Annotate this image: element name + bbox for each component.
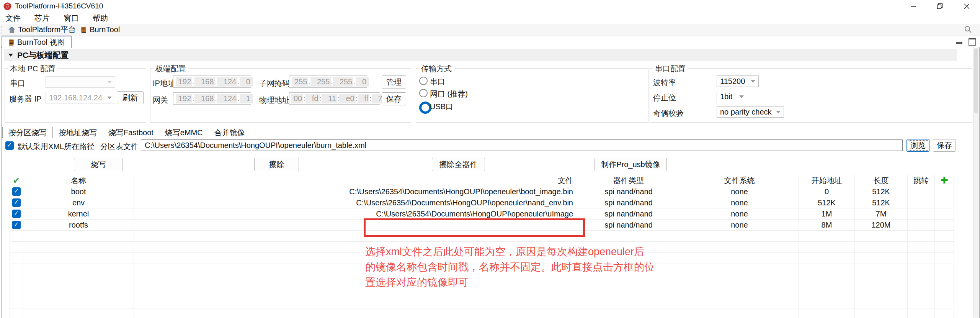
tab-merge-image[interactable]: 合并镜像 xyxy=(209,127,251,138)
mask-octet[interactable]: 255 xyxy=(292,77,314,87)
mac-address-input[interactable]: 00 fd 11 e0 ff 71 xyxy=(289,92,380,105)
vertical-scrollbar[interactable] xyxy=(973,48,979,318)
toolbar-item-burntool[interactable]: BurnTool xyxy=(80,25,120,34)
window-minimize-button[interactable] xyxy=(900,0,926,12)
cell-file[interactable]: C:\Users\26354\Documents\HongOUPI\openeu… xyxy=(134,208,577,220)
baud-rate-select[interactable]: 115200 xyxy=(717,75,759,87)
tab-burn-fastboot[interactable]: 烧写Fastboot xyxy=(103,127,159,138)
ip-octet[interactable]: 124 xyxy=(221,77,243,87)
row-checkbox-cell[interactable] xyxy=(10,220,23,231)
radio-usb-label[interactable]: USB口 xyxy=(430,102,453,112)
tab-burn-emmc[interactable]: 烧写eMMC xyxy=(159,127,209,138)
row-checkbox[interactable] xyxy=(12,221,21,229)
cell-name[interactable]: rootfs xyxy=(23,220,134,231)
menu-window[interactable]: 窗口 xyxy=(64,13,79,23)
scrollbar-thumb[interactable] xyxy=(974,48,978,113)
cell-device-type[interactable]: spi nand/nand xyxy=(577,197,680,208)
subnet-mask-input[interactable]: 255 255 255 0 xyxy=(289,75,367,88)
cell-start-address[interactable]: 512K xyxy=(799,197,855,208)
toolbar-item-platform[interactable]: ToolPlatform平台 xyxy=(8,25,76,35)
tab-burntool-view[interactable]: BurnTool 视图 xyxy=(2,36,72,48)
erase-button[interactable]: 擦除 xyxy=(254,158,299,171)
cell-length[interactable]: 512K xyxy=(855,197,908,208)
ip-octet[interactable]: 192 xyxy=(176,77,198,87)
cell-start-address[interactable]: 8M xyxy=(799,220,855,231)
radio-ethernet-label[interactable]: 网口 (推荐) xyxy=(430,89,468,99)
tab-burn-by-address[interactable]: 按地址烧写 xyxy=(53,127,103,138)
row-checkbox[interactable] xyxy=(12,210,21,218)
search-icon[interactable] xyxy=(964,25,972,34)
use-xml-path-checkbox[interactable] xyxy=(5,141,14,150)
menu-file[interactable]: 文件 xyxy=(5,13,21,23)
cell-device-type[interactable]: spi nand/nand xyxy=(577,186,680,197)
mask-octet[interactable]: 0 xyxy=(359,77,369,87)
save-xml-button[interactable]: 保存 xyxy=(933,139,956,152)
header-add-row[interactable]: ✚ xyxy=(935,175,954,186)
section-pc-board-config[interactable]: PC与板端配置 xyxy=(4,49,957,61)
cell-filesystem xyxy=(680,308,799,318)
gateway-octet[interactable]: 1 xyxy=(243,94,253,103)
use-xml-path-label[interactable]: 默认采用XML所在路径 xyxy=(18,141,95,152)
cell-filesystem[interactable]: none xyxy=(680,197,799,208)
cell-filesystem[interactable]: none xyxy=(680,186,799,197)
menu-help[interactable]: 帮助 xyxy=(93,13,108,23)
cell-start-address[interactable]: 1M xyxy=(799,208,855,220)
cell-length[interactable]: 512K xyxy=(855,186,908,197)
gateway-input[interactable]: 192 168 124 1 xyxy=(173,92,251,105)
parity-select[interactable]: no parity check xyxy=(717,106,784,118)
manage-button[interactable]: 管理 xyxy=(382,75,406,89)
gateway-octet[interactable]: 168 xyxy=(198,94,221,103)
header-select-all[interactable]: ✔ xyxy=(10,175,23,186)
cell-name[interactable]: env xyxy=(23,197,134,208)
save-board-button[interactable]: 保存 xyxy=(382,92,406,105)
cell-length[interactable]: 120M xyxy=(855,220,908,231)
cell-length[interactable]: 7M xyxy=(855,208,908,220)
cell-name[interactable]: boot xyxy=(23,186,134,197)
row-checkbox-cell[interactable] xyxy=(10,197,23,208)
gateway-octet[interactable]: 124 xyxy=(221,94,243,103)
view-maximize-icon[interactable] xyxy=(969,38,976,46)
mac-octet[interactable]: 11 xyxy=(325,94,343,103)
ip-octet[interactable]: 168 xyxy=(198,77,221,87)
row-checkbox[interactable] xyxy=(12,198,21,207)
partition-table-file-input[interactable] xyxy=(141,139,903,151)
cell-file xyxy=(134,297,577,308)
cell-add xyxy=(935,231,954,242)
menu-chip[interactable]: 芯片 xyxy=(34,13,50,23)
gateway-octet[interactable]: 192 xyxy=(176,94,198,103)
cell-name[interactable]: kernel xyxy=(23,208,134,220)
tab-burn-by-partition[interactable]: 按分区烧写 xyxy=(2,127,53,138)
radio-serial-label[interactable]: 串口 xyxy=(430,77,445,87)
mac-octet[interactable]: ff xyxy=(361,94,375,103)
burn-button[interactable]: 烧写 xyxy=(74,158,122,171)
radio-ethernet[interactable] xyxy=(419,89,428,97)
cell-file[interactable]: C:\Users\26354\Documents\HongOUPI\openeu… xyxy=(134,186,577,197)
window-restore-button[interactable] xyxy=(926,0,953,12)
serial-port-select[interactable] xyxy=(46,76,115,88)
cell-filesystem[interactable]: none xyxy=(680,208,799,220)
refresh-button[interactable]: 刷新 xyxy=(117,91,144,104)
cell-device-type[interactable]: spi nand/nand xyxy=(577,220,680,231)
view-minimize-icon[interactable] xyxy=(956,39,962,44)
ip-octet[interactable]: 0 xyxy=(243,77,253,87)
ip-address-input[interactable]: 192 168 124 0 xyxy=(173,75,251,88)
make-pro-usb-image-button[interactable]: 制作Pro_usb镜像 xyxy=(595,158,667,171)
browse-button[interactable]: 浏览 xyxy=(906,139,929,152)
radio-serial[interactable] xyxy=(419,77,428,85)
cell-device-type[interactable]: spi nand/nand xyxy=(577,208,680,220)
row-checkbox[interactable] xyxy=(12,187,21,196)
row-checkbox-cell[interactable] xyxy=(10,186,23,197)
erase-all-button[interactable]: 擦除全器件 xyxy=(432,158,485,171)
window-close-button[interactable] xyxy=(953,0,980,12)
cell-filesystem[interactable]: none xyxy=(680,220,799,231)
cell-start-address[interactable]: 0 xyxy=(799,186,855,197)
mask-octet[interactable]: 255 xyxy=(337,77,359,87)
mac-octet[interactable]: e0 xyxy=(343,94,361,103)
server-ip-select[interactable]: 192.168.124.24 xyxy=(46,92,115,103)
row-checkbox-cell[interactable] xyxy=(10,208,23,220)
stop-bit-select[interactable]: 1bit xyxy=(717,91,747,102)
mac-octet[interactable]: fd xyxy=(309,94,325,103)
mac-octet[interactable]: 00 xyxy=(291,94,309,103)
cell-file[interactable]: C:\Users\26354\Documents\HongOUPI\openeu… xyxy=(134,197,577,208)
mask-octet[interactable]: 255 xyxy=(314,77,337,87)
